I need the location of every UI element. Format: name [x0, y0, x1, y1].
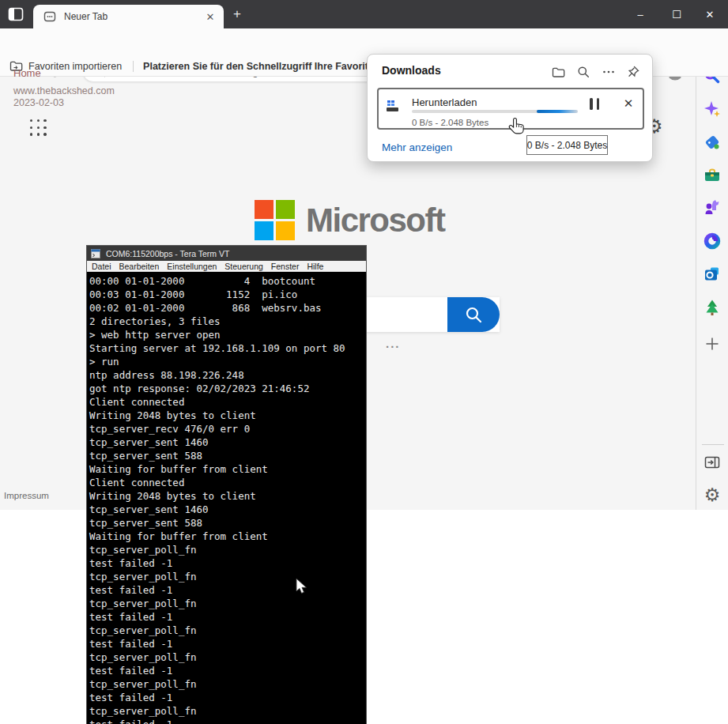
sidebar-add-icon[interactable]: [703, 334, 722, 353]
terminal-title: COM6:115200bps - Tera Term VT: [106, 249, 229, 258]
tera-term-app-icon: [91, 249, 100, 258]
menu-einstellungen[interactable]: Einstellungen: [167, 262, 217, 271]
sidebar-outlook-icon[interactable]: [703, 265, 722, 284]
download-tooltip: 0 B/s - 2.048 Bytes: [526, 135, 608, 155]
sidebar-open-panel-icon[interactable]: [703, 453, 722, 472]
terminal-screen[interactable]: 00:00 01-01-2000 4 bootcount 00:03 01-01…: [87, 272, 366, 724]
download-item-name: Herunterladen: [412, 96, 477, 108]
sidebar-divider: [696, 77, 696, 510]
terminal-menubar: Datei Bearbeiten Einstellungen Steuerung…: [87, 261, 366, 272]
tab-close-icon[interactable]: ✕: [203, 9, 217, 24]
download-progress-fill: [537, 110, 578, 113]
logo-square-green: [276, 200, 295, 219]
menu-bearbeiten[interactable]: Bearbeiten: [119, 262, 160, 271]
search-downloads-icon[interactable]: [575, 64, 591, 80]
active-tab[interactable]: Neuer Tab ✕: [33, 5, 224, 28]
terminal-titlebar[interactable]: COM6:115200bps - Tera Term VT: [87, 246, 366, 261]
favorites-bar-separator: [133, 61, 134, 72]
menu-datei[interactable]: Datei: [92, 262, 111, 271]
browser-toolbar: Webadresse suchen oder eingeben: [0, 28, 728, 56]
microsoft-logo-squares: [255, 200, 295, 240]
downloads-more-options-icon[interactable]: [601, 64, 617, 80]
new-tab-favicon: [43, 10, 56, 23]
logo-square-yellow: [276, 221, 295, 240]
open-downloads-folder-icon[interactable]: [550, 64, 566, 80]
download-file-icon: [387, 100, 401, 113]
page-more-options[interactable]: ...: [386, 337, 401, 350]
browser-window: Home www.thebackshed.com 2023-02-03 Micr…: [0, 0, 728, 724]
tab-actions-icon[interactable]: [7, 6, 25, 23]
search-button[interactable]: [447, 297, 500, 332]
site-caption: www.thebackshed.com: [13, 85, 115, 96]
logo-square-blue: [255, 221, 273, 240]
menu-hilfe[interactable]: Hilfe: [307, 262, 323, 271]
sidebar-shopping-tag-icon[interactable]: [703, 133, 722, 152]
sidebar-copilot-sparkle-icon[interactable]: [703, 100, 722, 119]
terminal-output: 00:00 01-01-2000 4 bootcount 00:03 01-01…: [87, 272, 366, 724]
favorites-bar-hint: Platzieren Sie für den Schnellzugriff Ih…: [143, 61, 380, 72]
window-minimize-button[interactable]: –: [622, 0, 658, 28]
download-item-status: 0 B/s - 2.048 Bytes: [412, 118, 488, 127]
sidebar-microsoft-365-icon[interactable]: [703, 232, 722, 251]
logo-square-red: [255, 200, 273, 219]
sidebar-settings-gear-icon[interactable]: ⚙: [703, 485, 722, 504]
hand-cursor: [508, 117, 526, 138]
tab-strip: Neuer Tab ✕ + – ☐ ✕: [0, 0, 728, 28]
tab-title: Neuer Tab: [64, 11, 203, 22]
home-link[interactable]: Home: [13, 67, 41, 79]
window-maximize-button[interactable]: ☐: [658, 0, 695, 28]
date-caption: 2023-02-03: [13, 97, 64, 108]
pin-downloads-icon[interactable]: [625, 64, 641, 80]
downloads-popup-title: Downloads: [382, 64, 441, 77]
pause-download-icon[interactable]: [586, 96, 603, 111]
sidebar-tools-icon[interactable]: [703, 166, 722, 185]
sidebar-tree-icon[interactable]: [703, 298, 722, 317]
microsoft-logo-text: Microsoft: [306, 202, 445, 239]
menu-steuerung[interactable]: Steuerung: [224, 262, 262, 271]
microsoft-logo: Microsoft: [255, 200, 445, 240]
download-progress-bar: [412, 110, 578, 113]
apps-grid-icon[interactable]: [30, 119, 47, 136]
window-close-button[interactable]: ✕: [692, 0, 728, 28]
new-tab-button[interactable]: +: [230, 7, 244, 21]
sidebar-section-divider: [702, 444, 724, 445]
sidebar-games-icon[interactable]: [703, 198, 722, 217]
cancel-download-icon[interactable]: ✕: [620, 96, 636, 111]
impressum-link[interactable]: Impressum: [4, 491, 49, 500]
import-favorites-label: Favoriten importieren: [28, 61, 122, 72]
search-icon: [464, 305, 483, 324]
menu-fenster[interactable]: Fenster: [271, 262, 300, 271]
show-more-downloads-link[interactable]: Mehr anzeigen: [382, 141, 452, 153]
tera-term-window[interactable]: COM6:115200bps - Tera Term VT Datei Bear…: [87, 246, 366, 724]
downloads-popup: Downloads Herunterladen: [367, 54, 653, 162]
arrow-cursor: [296, 578, 307, 595]
